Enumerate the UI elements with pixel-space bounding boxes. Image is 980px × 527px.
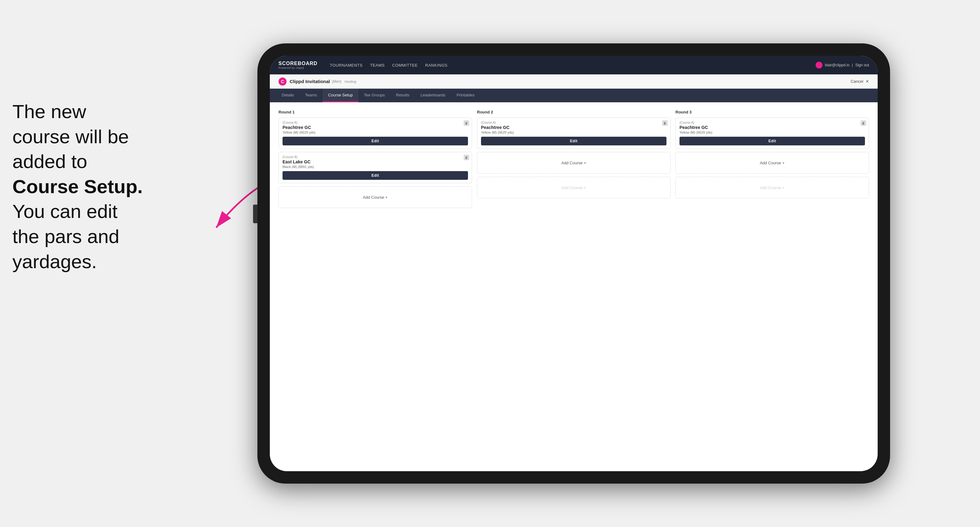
tab-details[interactable]: Details [276,89,299,102]
main-content: Round 1 🗑 (Course A) Peachtree GC Yellow… [270,102,878,219]
round-1-title: Round 1 [278,110,472,114]
round2-course-a-details: Yellow (M) (6629 yds) [481,130,667,134]
nav-rankings[interactable]: RANKINGS [425,63,447,68]
round1-course-b-details: Black (M) (6891 yds) [283,165,468,169]
round2-course-a-card: 🗑 (Course A) Peachtree GC Yellow (M) (66… [477,117,670,149]
round1-course-b-label: (Course B) [283,155,468,159]
round2-course-a-delete-button[interactable]: 🗑 [662,120,668,126]
round2-course-a-edit-button[interactable]: Edit [481,137,667,145]
round3-add-course-button[interactable]: Add Course + [675,152,869,174]
cancel-label: Cancel [851,79,863,84]
round1-add-course-button[interactable]: Add Course + [278,186,472,208]
round-3-column: Round 3 🗑 (Course A) Peachtree GC Yellow… [675,110,869,211]
clippd-logo: C [278,78,286,86]
user-email: blair@clippd.io [825,63,850,67]
tab-printables[interactable]: Printables [451,89,480,102]
left-annotation: The new course will be added to Course S… [13,99,205,274]
round3-course-a-label: (Course A) [679,121,865,124]
annotation-line6: yardages. [13,251,97,272]
round1-course-a-name: Peachtree GC [283,125,468,130]
round2-add-course-disabled: Add Course + [477,177,670,198]
tab-results[interactable]: Results [390,89,415,102]
annotation-bold: Course Setup. [13,176,143,197]
tab-tee-groups[interactable]: Tee Groups [358,89,390,102]
round1-course-a-edit-button[interactable]: Edit [283,137,468,145]
nav-right: blair@clippd.io | Sign out [816,62,869,68]
round-1-column: Round 1 🗑 (Course A) Peachtree GC Yellow… [278,110,472,211]
sub-header-right: Cancel ✕ [851,79,869,84]
top-navigation: SCOREBOARD Powered by clippd TOURNAMENTS… [270,56,878,75]
round1-course-b-name: East Lake GC [283,159,468,164]
tournament-gender: (Men) [332,79,342,84]
annotation-line4: You can edit [13,200,118,222]
round3-add-course-disabled: Add Course + [675,177,869,198]
round1-add-course-label: Add Course + [363,195,388,200]
round1-course-a-details: Yellow (M) (6629 yds) [283,130,468,134]
user-avatar [816,62,822,68]
sign-out-link[interactable]: Sign out [855,63,869,67]
round3-course-a-edit-button[interactable]: Edit [679,137,865,145]
annotation-line3: added to [13,151,87,172]
logo-sub-text: Powered by clippd [278,66,318,70]
round2-course-a-label: (Course A) [481,121,667,124]
tablet-screen: SCOREBOARD Powered by clippd TOURNAMENTS… [270,56,878,471]
nav-separator: | [852,63,853,67]
round3-add-course-label: Add Course + [760,160,784,165]
round1-course-a-label: (Course A) [283,121,468,124]
annotation-line1: The new [13,101,86,122]
round1-course-b-edit-button[interactable]: Edit [283,171,468,180]
nav-teams[interactable]: TEAMS [370,63,385,68]
nav-tournaments[interactable]: TOURNAMENTS [330,63,363,68]
hosting-badge: Hosting [345,80,356,83]
round2-add-course-label: Add Course + [561,160,586,165]
tournament-name: Clippd Invitational [290,79,330,84]
tab-bar: Details Teams Course Setup Tee Groups Re… [270,89,878,102]
round1-course-b-card: 🗑 (Course B) East Lake GC Black (M) (689… [278,152,472,183]
round3-course-a-delete-button[interactable]: 🗑 [861,120,866,126]
clippd-c-logo: C [278,78,286,86]
scoreboard-logo: SCOREBOARD Powered by clippd [278,61,318,70]
round2-course-a-name: Peachtree GC [481,125,667,130]
round3-course-a-details: Yellow (M) (6629 yds) [679,130,865,134]
sub-header: C Clippd Invitational (Men) Hosting Canc… [270,75,878,89]
tablet-device: SCOREBOARD Powered by clippd TOURNAMENTS… [258,43,890,484]
nav-committee[interactable]: COMMITTEE [392,63,418,68]
logo-main-text: SCOREBOARD [278,61,318,66]
cancel-button[interactable]: Cancel ✕ [851,79,869,84]
round2-add-course-button[interactable]: Add Course + [477,152,670,174]
round1-course-a-card: 🗑 (Course A) Peachtree GC Yellow (M) (66… [278,117,472,149]
rounds-container: Round 1 🗑 (Course A) Peachtree GC Yellow… [278,110,869,211]
round3-course-a-name: Peachtree GC [679,125,865,130]
round1-course-a-delete-button[interactable]: 🗑 [464,120,469,126]
tablet-side-button [253,205,258,223]
annotation-line2: course will be [13,126,129,147]
round-2-title: Round 2 [477,110,670,114]
annotation-line5: the pars and [13,226,119,247]
tab-leaderboards[interactable]: Leaderboards [415,89,451,102]
round2-add-course-disabled-label: Add Course + [561,186,586,190]
tab-course-setup[interactable]: Course Setup [323,89,358,102]
cancel-x: ✕ [865,79,869,84]
clippd-letter: C [281,79,284,84]
round3-course-a-card: 🗑 (Course A) Peachtree GC Yellow (M) (66… [675,117,869,149]
nav-links: TOURNAMENTS TEAMS COMMITTEE RANKINGS [330,63,806,68]
tab-teams[interactable]: Teams [299,89,323,102]
round-3-title: Round 3 [675,110,869,114]
round3-add-course-disabled-label: Add Course + [760,186,784,190]
round1-course-b-delete-button[interactable]: 🗑 [464,155,469,160]
round-2-column: Round 2 🗑 (Course A) Peachtree GC Yellow… [477,110,670,211]
